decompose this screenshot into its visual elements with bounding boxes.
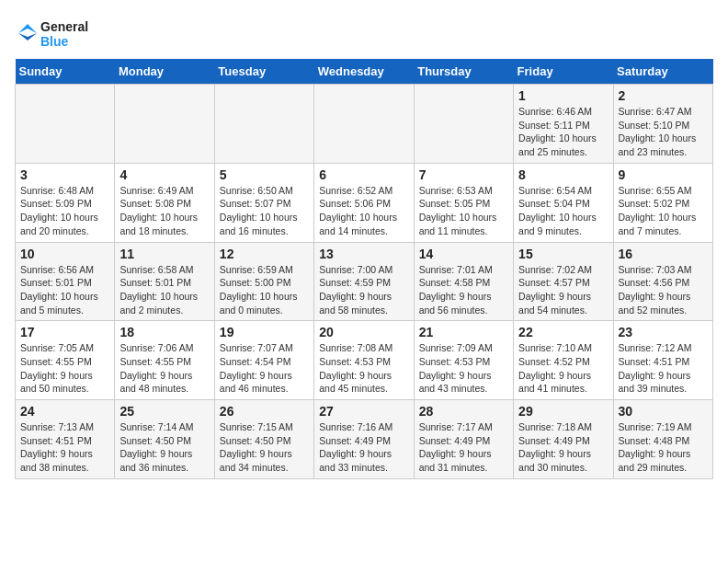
cell-info: Sunrise: 6:55 AM Sunset: 5:02 PM Dayligh… — [619, 184, 708, 238]
calendar-cell: 15Sunrise: 7:02 AM Sunset: 4:57 PM Dayli… — [514, 242, 613, 321]
day-number: 1 — [518, 88, 608, 103]
cell-info: Sunrise: 7:15 AM Sunset: 4:50 PM Dayligh… — [220, 420, 309, 475]
day-number: 29 — [518, 404, 608, 419]
week-row-1: 1Sunrise: 6:46 AM Sunset: 5:11 PM Daylig… — [16, 85, 713, 164]
cell-info: Sunrise: 6:54 AM Sunset: 5:04 PM Dayligh… — [518, 184, 608, 238]
calendar-cell: 11Sunrise: 6:58 AM Sunset: 5:01 PM Dayli… — [115, 242, 214, 321]
cell-info: Sunrise: 7:13 AM Sunset: 4:51 PM Dayligh… — [20, 420, 109, 475]
day-number: 14 — [419, 247, 508, 261]
calendar-cell: 22Sunrise: 7:10 AM Sunset: 4:52 PM Dayli… — [514, 321, 613, 400]
cell-info: Sunrise: 7:00 AM Sunset: 4:59 PM Dayligh… — [319, 263, 408, 317]
calendar-cell — [115, 85, 214, 164]
day-number: 13 — [319, 247, 408, 261]
calendar-cell: 5Sunrise: 6:50 AM Sunset: 5:07 PM Daylig… — [214, 163, 313, 242]
day-number: 21 — [419, 325, 508, 339]
calendar-cell: 4Sunrise: 6:49 AM Sunset: 5:08 PM Daylig… — [115, 163, 214, 242]
calendar-cell: 12Sunrise: 6:59 AM Sunset: 5:00 PM Dayli… — [214, 242, 313, 321]
calendar-cell: 26Sunrise: 7:15 AM Sunset: 4:50 PM Dayli… — [214, 400, 313, 479]
cell-info: Sunrise: 6:56 AM Sunset: 5:01 PM Dayligh… — [20, 263, 109, 317]
cell-info: Sunrise: 7:17 AM Sunset: 4:49 PM Dayligh… — [419, 420, 508, 475]
week-row-5: 24Sunrise: 7:13 AM Sunset: 4:51 PM Dayli… — [16, 400, 713, 479]
calendar-cell: 19Sunrise: 7:07 AM Sunset: 4:54 PM Dayli… — [214, 321, 313, 400]
cell-info: Sunrise: 6:58 AM Sunset: 5:01 PM Dayligh… — [119, 263, 209, 317]
calendar-cell — [414, 85, 513, 164]
cell-info: Sunrise: 6:53 AM Sunset: 5:05 PM Dayligh… — [419, 184, 508, 238]
cell-info: Sunrise: 7:09 AM Sunset: 4:53 PM Dayligh… — [419, 341, 508, 396]
day-number: 24 — [20, 404, 109, 419]
svg-text:Blue: Blue — [40, 34, 69, 49]
calendar-cell: 9Sunrise: 6:55 AM Sunset: 5:02 PM Daylig… — [613, 163, 712, 242]
calendar-cell: 2Sunrise: 6:47 AM Sunset: 5:10 PM Daylig… — [613, 85, 712, 164]
day-number: 30 — [619, 404, 708, 419]
cell-info: Sunrise: 6:48 AM Sunset: 5:09 PM Dayligh… — [20, 184, 109, 238]
logo: GeneralBlue — [15, 15, 97, 52]
day-number: 20 — [319, 325, 408, 339]
day-number: 6 — [319, 167, 408, 182]
calendar-cell: 14Sunrise: 7:01 AM Sunset: 4:58 PM Dayli… — [414, 242, 513, 321]
day-header-tuesday: Tuesday — [214, 59, 313, 85]
calendar-cell: 18Sunrise: 7:06 AM Sunset: 4:55 PM Dayli… — [115, 321, 214, 400]
day-number: 2 — [619, 88, 708, 103]
day-number: 9 — [619, 167, 708, 182]
day-number: 11 — [119, 247, 209, 261]
cell-info: Sunrise: 6:50 AM Sunset: 5:07 PM Dayligh… — [220, 184, 309, 238]
calendar-cell: 1Sunrise: 6:46 AM Sunset: 5:11 PM Daylig… — [514, 85, 613, 164]
svg-marker-1 — [18, 33, 37, 40]
day-header-friday: Friday — [514, 59, 613, 85]
day-number: 8 — [518, 167, 608, 182]
week-row-2: 3Sunrise: 6:48 AM Sunset: 5:09 PM Daylig… — [16, 163, 713, 242]
day-number: 28 — [419, 404, 508, 419]
day-number: 4 — [119, 167, 209, 182]
cell-info: Sunrise: 6:46 AM Sunset: 5:11 PM Dayligh… — [518, 105, 608, 159]
cell-info: Sunrise: 7:12 AM Sunset: 4:51 PM Dayligh… — [619, 341, 708, 396]
svg-text:General: General — [40, 19, 88, 34]
calendar-cell — [214, 85, 313, 164]
cell-info: Sunrise: 7:14 AM Sunset: 4:50 PM Dayligh… — [119, 420, 209, 475]
calendar-cell: 20Sunrise: 7:08 AM Sunset: 4:53 PM Dayli… — [314, 321, 414, 400]
cell-info: Sunrise: 6:52 AM Sunset: 5:06 PM Dayligh… — [319, 184, 408, 238]
day-header-thursday: Thursday — [414, 59, 513, 85]
day-header-monday: Monday — [115, 59, 214, 85]
cell-info: Sunrise: 7:01 AM Sunset: 4:58 PM Dayligh… — [419, 263, 508, 317]
calendar-cell: 27Sunrise: 7:16 AM Sunset: 4:49 PM Dayli… — [314, 400, 414, 479]
day-header-sunday: Sunday — [16, 59, 115, 85]
calendar-cell: 6Sunrise: 6:52 AM Sunset: 5:06 PM Daylig… — [314, 163, 414, 242]
week-row-4: 17Sunrise: 7:05 AM Sunset: 4:55 PM Dayli… — [16, 321, 713, 400]
calendar-cell: 30Sunrise: 7:19 AM Sunset: 4:48 PM Dayli… — [613, 400, 712, 479]
cell-info: Sunrise: 7:18 AM Sunset: 4:49 PM Dayligh… — [518, 420, 608, 475]
day-number: 17 — [20, 325, 109, 339]
calendar-cell: 24Sunrise: 7:13 AM Sunset: 4:51 PM Dayli… — [16, 400, 115, 479]
day-number: 19 — [220, 325, 309, 339]
day-number: 5 — [220, 167, 309, 182]
day-number: 15 — [518, 247, 608, 261]
calendar-cell: 23Sunrise: 7:12 AM Sunset: 4:51 PM Dayli… — [613, 321, 712, 400]
day-number: 25 — [119, 404, 209, 419]
calendar-cell: 13Sunrise: 7:00 AM Sunset: 4:59 PM Dayli… — [314, 242, 414, 321]
calendar-cell: 8Sunrise: 6:54 AM Sunset: 5:04 PM Daylig… — [514, 163, 613, 242]
header-row: SundayMondayTuesdayWednesdayThursdayFrid… — [16, 59, 713, 85]
calendar-cell: 28Sunrise: 7:17 AM Sunset: 4:49 PM Dayli… — [414, 400, 513, 479]
cell-info: Sunrise: 7:07 AM Sunset: 4:54 PM Dayligh… — [220, 341, 309, 396]
cell-info: Sunrise: 7:10 AM Sunset: 4:52 PM Dayligh… — [518, 341, 608, 396]
day-number: 22 — [518, 325, 608, 339]
day-number: 23 — [619, 325, 708, 339]
week-row-3: 10Sunrise: 6:56 AM Sunset: 5:01 PM Dayli… — [16, 242, 713, 321]
day-number: 27 — [319, 404, 408, 419]
cell-info: Sunrise: 7:08 AM Sunset: 4:53 PM Dayligh… — [319, 341, 408, 396]
day-number: 26 — [220, 404, 309, 419]
calendar-cell: 25Sunrise: 7:14 AM Sunset: 4:50 PM Dayli… — [115, 400, 214, 479]
calendar-cell: 16Sunrise: 7:03 AM Sunset: 4:56 PM Dayli… — [613, 242, 712, 321]
cell-info: Sunrise: 6:47 AM Sunset: 5:10 PM Dayligh… — [619, 105, 708, 159]
day-header-saturday: Saturday — [613, 59, 712, 85]
day-number: 10 — [20, 247, 109, 261]
cell-info: Sunrise: 7:19 AM Sunset: 4:48 PM Dayligh… — [619, 420, 708, 475]
calendar-cell — [314, 85, 414, 164]
cell-info: Sunrise: 7:02 AM Sunset: 4:57 PM Dayligh… — [518, 263, 608, 317]
day-number: 3 — [20, 167, 109, 182]
day-number: 18 — [119, 325, 209, 339]
cell-info: Sunrise: 7:16 AM Sunset: 4:49 PM Dayligh… — [319, 420, 408, 475]
day-number: 12 — [220, 247, 309, 261]
svg-marker-0 — [18, 24, 37, 33]
cell-info: Sunrise: 7:06 AM Sunset: 4:55 PM Dayligh… — [119, 341, 209, 396]
calendar-cell: 21Sunrise: 7:09 AM Sunset: 4:53 PM Dayli… — [414, 321, 513, 400]
